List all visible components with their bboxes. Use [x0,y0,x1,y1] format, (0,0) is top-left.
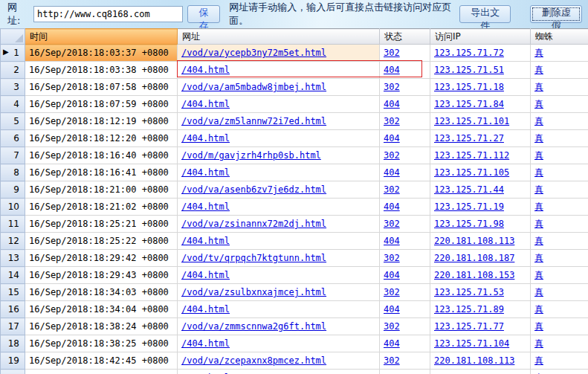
delete-fake-button[interactable]: 删除虚假 [530,5,582,23]
url-link[interactable]: /404.html [181,65,230,75]
spider-link[interactable]: 真 [534,304,543,315]
select-all-corner[interactable] [1,29,25,45]
url-link[interactable]: /404.html [181,304,230,315]
spider-link[interactable]: 真 [534,65,543,75]
table-row[interactable]: ▶15 16/Sep/2018:18:34:03 +0800 /vod/va/z… [1,284,588,301]
ip-link[interactable]: 123.125.71.105 [434,167,509,178]
spider-link[interactable]: 真 [534,270,543,280]
status-link[interactable]: 302 [384,48,400,58]
spider-link[interactable]: 真 [534,99,543,109]
row-header[interactable]: ▶9 [1,181,25,199]
status-link[interactable]: 302 [384,253,400,263]
url-link[interactable]: /vod/tv/qrpqch7ktgtunn.html [181,253,326,263]
row-header[interactable]: ▶8 [1,164,25,181]
status-link[interactable]: 302 [384,184,400,195]
row-header[interactable]: ▶19 [1,352,25,370]
ip-link[interactable]: 123.125.71.72 [434,48,504,58]
url-link[interactable]: /vod/va/zcepaxnx8pmcez.html [181,355,326,366]
url-link[interactable]: /vod/m/gavjzrh4rhp0sb.html [181,150,321,161]
spider-link[interactable]: 真 [534,338,543,349]
url-link[interactable]: /vod/va/zmmscnnwa2g6ft.html [181,321,326,332]
status-link[interactable]: 302 [384,116,400,126]
status-link[interactable]: 404 [384,65,400,75]
ip-link[interactable]: 123.125.71.18 [434,82,504,92]
table-row[interactable]: ▶10 16/Sep/2018:18:21:02 +0800 /404.html… [1,199,588,216]
spider-link[interactable]: 真 [534,355,543,366]
spider-link[interactable]: 真 [534,48,543,58]
table-row[interactable]: ▶3 16/Sep/2018:18:07:58 +0800 /vod/va/am… [1,79,588,96]
row-header[interactable]: ▶15 [1,284,25,301]
ip-link[interactable]: 220.181.108.113 [434,236,514,246]
status-link[interactable]: 302 [384,321,400,332]
spider-link[interactable]: 真 [534,219,543,229]
status-link[interactable]: 302 [384,150,400,161]
ip-link[interactable]: 123.125.71.19 [434,201,504,212]
table-row[interactable]: ▶2 16/Sep/2018:18:03:38 +0800 /404.html … [1,62,588,79]
table-row[interactable]: ▶7 16/Sep/2018:18:16:40 +0800 /vod/m/gav… [1,147,588,164]
url-link[interactable]: /vod/va/am5mbadw8jmbej.html [181,82,326,92]
ip-link[interactable]: 123.125.71.44 [434,184,504,195]
spider-link[interactable]: 真 [534,116,543,126]
ip-link[interactable]: 123.125.71.98 [434,219,504,229]
status-link[interactable]: 302 [384,355,400,366]
spider-link[interactable]: 真 [534,150,543,161]
url-link[interactable]: /vod/va/zm5lannw72i7ed.html [181,116,326,126]
url-input[interactable] [33,6,183,22]
spider-link[interactable]: 真 [534,167,543,178]
table-row[interactable]: ▶9 16/Sep/2018:18:21:00 +0800 /vod/va/as… [1,181,588,199]
url-link[interactable]: /vod/va/zsulbxnxajmcej.html [181,287,326,297]
ip-link[interactable]: 123.125.71.104 [434,338,509,349]
status-link[interactable]: 404 [384,167,400,178]
spider-link[interactable]: 真 [534,287,543,297]
ip-link[interactable]: 123.125.71.53 [434,287,504,297]
column-header-ip[interactable]: 访问IP [430,29,531,45]
row-header[interactable]: ▶10 [1,199,25,216]
status-link[interactable]: 404 [384,99,400,109]
url-link[interactable]: /vod/va/asenb6zv7je6dz.html [181,184,326,195]
table-row[interactable]: ▶4 16/Sep/2018:18:07:59 +0800 /404.html … [1,96,588,113]
row-header[interactable]: ▶7 [1,147,25,164]
row-header[interactable]: ▶4 [1,96,25,113]
column-header-url[interactable]: 网址 [178,29,380,45]
status-link[interactable]: 302 [384,82,400,92]
status-link[interactable]: 404 [384,270,400,280]
ip-link[interactable]: 123.125.71.27 [434,133,504,144]
ip-link[interactable]: 220.181.108.187 [434,253,514,263]
row-header[interactable]: ▶18 [1,335,25,352]
row-header[interactable]: ▶1 [1,45,25,62]
spider-link[interactable]: 真 [534,82,543,92]
status-link[interactable]: 302 [384,287,400,297]
row-header[interactable]: ▶12 [1,233,25,250]
url-link[interactable]: /404.html [181,236,230,246]
url-link[interactable]: /404.html [181,133,230,144]
row-header[interactable]: ▶5 [1,113,25,130]
ip-link[interactable]: 123.125.71.101 [434,116,509,126]
ip-link[interactable]: 220.181.108.153 [434,270,514,280]
url-link[interactable]: /404.html [181,201,230,212]
status-link[interactable]: 302 [384,219,400,229]
table-row[interactable]: ▶19 16/Sep/2018:18:42:45 +0800 /vod/va/z… [1,352,588,370]
row-header[interactable]: ▶2 [1,62,25,79]
ip-link[interactable]: 123.125.71.51 [434,65,504,75]
table-row[interactable]: ▶13 16/Sep/2018:18:29:42 +0800 /vod/tv/q… [1,250,588,267]
row-header[interactable]: ▶11 [1,216,25,233]
url-link[interactable]: /404.html [181,99,230,109]
export-file-button[interactable]: 导出文件 [459,5,511,23]
url-link[interactable]: /vod/va/ycepb3ny72m5et.html [181,48,326,58]
status-link[interactable]: 404 [384,133,400,144]
table-row[interactable]: ▶11 16/Sep/2018:18:25:21 +0800 /vod/va/z… [1,216,588,233]
save-button[interactable]: 保存 [187,5,221,23]
ip-link[interactable]: 220.181.108.113 [434,355,514,366]
url-link[interactable]: /404.html [181,338,230,349]
url-link[interactable]: /404.html [181,270,230,280]
table-row[interactable]: ▶18 16/Sep/2018:18:38:25 +0800 /404.html… [1,335,588,352]
spider-link[interactable]: 真 [534,133,543,144]
column-header-status[interactable]: 状态 [380,29,430,45]
table-row[interactable]: ▶20 16/Sep/2018:18:42:46 +0800 /404.html… [1,370,588,374]
row-header[interactable]: ▶17 [1,318,25,335]
table-row[interactable]: ▶14 16/Sep/2018:18:29:43 +0800 /404.html… [1,267,588,284]
table-row[interactable]: ▶12 16/Sep/2018:18:25:22 +0800 /404.html… [1,233,588,250]
status-link[interactable]: 404 [384,338,400,349]
spider-link[interactable]: 真 [534,321,543,332]
spider-link[interactable]: 真 [534,201,543,212]
